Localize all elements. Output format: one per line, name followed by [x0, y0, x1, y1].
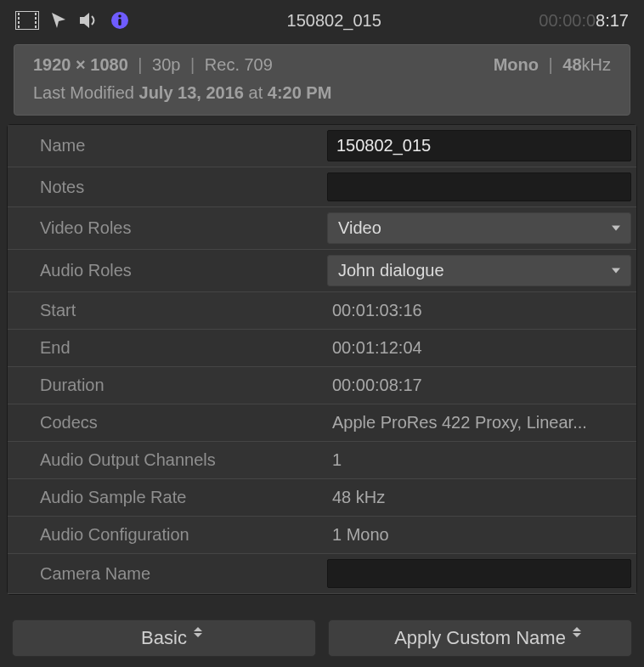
timecode-dim: 00:00:0: [539, 11, 596, 30]
svg-rect-2: [18, 17, 20, 20]
duration-value[interactable]: 00:00:08:17: [327, 372, 631, 399]
audio-channels-text: Mono: [494, 55, 539, 74]
audio-sample-rate-row: Audio Sample Rate 48 kHz: [8, 479, 636, 517]
audio-configuration-row: Audio Configuration 1 Mono: [8, 517, 636, 554]
chevron-up-down-icon: [194, 627, 202, 637]
audio-roles-row: Audio Roles John dialogue: [8, 250, 636, 292]
timecode-bright: 8:17: [596, 11, 629, 30]
metadata-view-select[interactable]: Basic: [12, 619, 316, 657]
end-label: End: [8, 330, 322, 366]
last-modified-text: Last Modified July 13, 2016 at 4:20 PM: [33, 83, 611, 103]
notes-input[interactable]: [327, 172, 631, 201]
camera-name-input[interactable]: [327, 559, 631, 588]
svg-rect-5: [35, 13, 37, 15]
audio-output-channels-value: 1: [327, 447, 631, 473]
inspector-tabs: [15, 11, 129, 30]
audio-output-channels-label: Audio Output Channels: [8, 442, 322, 478]
codecs-row: Codecs Apple ProRes 422 Proxy, Linear...: [8, 404, 636, 442]
duration-label: Duration: [8, 367, 322, 404]
timecode-display: 00:00:08:17: [539, 11, 629, 31]
end-row: End 00:01:12:04: [8, 330, 636, 367]
resolution-text: 1920 × 1080: [33, 55, 128, 74]
start-value[interactable]: 00:01:03:16: [327, 297, 631, 324]
video-roles-row: Video Roles Video: [8, 207, 636, 250]
notes-row: Notes: [8, 167, 636, 207]
inspector-footer: Basic Apply Custom Name: [0, 609, 644, 667]
notes-label: Notes: [8, 169, 322, 206]
speaker-icon[interactable]: [78, 11, 100, 30]
svg-point-10: [118, 14, 121, 18]
svg-rect-6: [35, 17, 37, 20]
clip-title: 150802_015: [141, 11, 527, 31]
codecs-value: Apple ProRes 422 Proxy, Linear...: [327, 410, 631, 436]
start-row: Start 00:01:03:16: [8, 292, 636, 330]
svg-rect-11: [118, 19, 121, 25]
svg-rect-8: [35, 25, 37, 28]
info-icon[interactable]: [110, 11, 129, 30]
name-row: Name: [8, 125, 636, 167]
audio-configuration-value: 1 Mono: [327, 522, 631, 548]
cursor-icon[interactable]: [49, 11, 68, 30]
duration-row: Duration 00:00:08:17: [8, 367, 636, 404]
audio-configuration-label: Audio Configuration: [8, 517, 322, 553]
chevron-up-down-icon: [573, 627, 581, 637]
audio-roles-value: John dialogue: [338, 261, 444, 280]
inspector-panel: Name Notes Video Roles Video Audio Roles…: [7, 124, 637, 595]
audio-output-channels-row: Audio Output Channels 1: [8, 442, 636, 479]
format-summary: 1920 × 1080 | 30p | Rec. 709 Mono | 48kH…: [14, 44, 630, 116]
colorspace-text: Rec. 709: [205, 55, 273, 74]
inspector-header: 150802_015 00:00:08:17: [0, 0, 644, 41]
metadata-view-label: Basic: [141, 627, 187, 648]
start-label: Start: [8, 292, 322, 329]
audio-sample-rate-label: Audio Sample Rate: [8, 479, 322, 516]
video-roles-value: Video: [338, 218, 381, 237]
apply-custom-name-select[interactable]: Apply Custom Name: [328, 619, 632, 657]
svg-rect-4: [18, 25, 20, 28]
audio-roles-select[interactable]: John dialogue: [327, 255, 631, 286]
video-roles-label: Video Roles: [8, 210, 322, 246]
audio-format-summary: Mono | 48kHz: [494, 55, 611, 75]
apply-custom-name-label: Apply Custom Name: [394, 627, 566, 648]
filmstrip-icon[interactable]: [15, 11, 39, 30]
svg-rect-7: [35, 21, 37, 24]
end-value[interactable]: 00:01:12:04: [327, 335, 631, 361]
audio-sample-rate-value: 48 kHz: [327, 484, 631, 511]
audio-khz-text: 48: [562, 55, 581, 74]
name-label: Name: [8, 127, 322, 164]
svg-rect-1: [18, 13, 20, 15]
video-roles-select[interactable]: Video: [327, 212, 631, 244]
camera-name-row: Camera Name: [8, 554, 636, 594]
audio-roles-label: Audio Roles: [8, 252, 322, 289]
svg-rect-3: [18, 21, 20, 24]
name-input[interactable]: [327, 130, 631, 161]
camera-name-label: Camera Name: [8, 556, 322, 592]
video-format-summary: 1920 × 1080 | 30p | Rec. 709: [33, 55, 273, 75]
audio-khz-suffix: kHz: [582, 55, 611, 74]
framerate-text: 30p: [152, 55, 180, 74]
codecs-label: Codecs: [8, 404, 322, 441]
